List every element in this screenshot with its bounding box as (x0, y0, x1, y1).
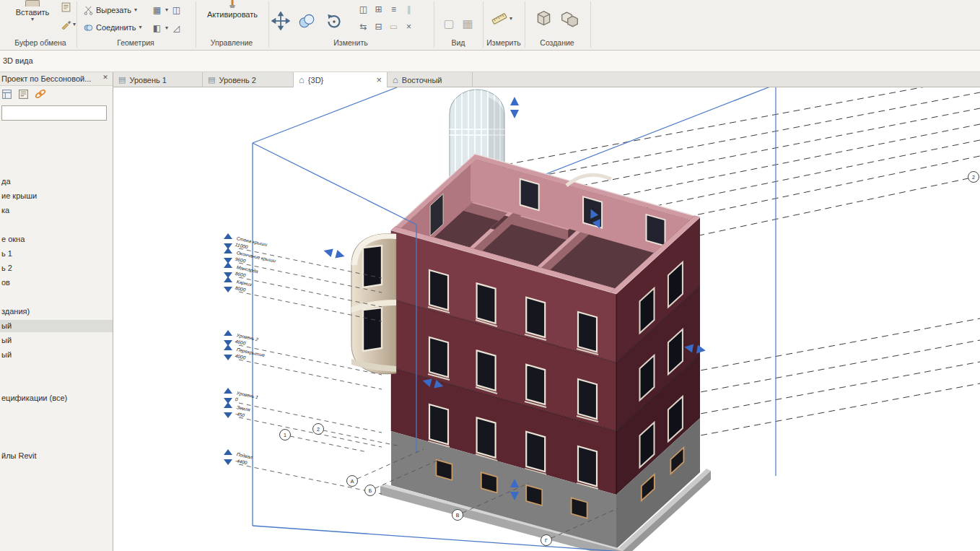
cube-icon (534, 9, 554, 29)
link-icon[interactable] (35, 88, 46, 100)
svg-text:А: А (351, 479, 354, 484)
create-assembly-button[interactable] (560, 9, 579, 29)
options-bar: 3D вида (0, 51, 980, 72)
offset-icon[interactable] (387, 2, 401, 16)
demolish-icon[interactable] (170, 3, 183, 17)
chevron-down-icon: ▾ (509, 16, 512, 22)
rotate-button[interactable] (325, 12, 344, 30)
box-handle (323, 246, 346, 260)
ribbon-group-view: Вид (452, 38, 465, 47)
browser-item-selected[interactable]: ый (0, 320, 113, 332)
group-separator (434, 1, 434, 48)
ruler-icon (491, 10, 508, 27)
box-handle (510, 97, 519, 118)
trim-icon[interactable] (356, 19, 370, 33)
browser-item[interactable]: йлы Revit (0, 450, 113, 462)
hide-elements-icon[interactable] (440, 14, 458, 32)
tab-level-1[interactable]: Уровень 1 (113, 72, 203, 87)
chevron-down-icon: ▾ (31, 17, 34, 22)
plan-view-icon (118, 75, 126, 84)
level-elevation: 11000 (235, 242, 248, 250)
document-icon (61, 1, 71, 12)
match-type-button[interactable]: ▾ (61, 19, 76, 30)
group-separator (268, 1, 269, 48)
split-face-icon[interactable] (170, 21, 183, 35)
close-icon[interactable] (100, 72, 110, 86)
copy-button[interactable] (297, 12, 316, 30)
join-geometry-button[interactable]: Соединить ▾ (82, 21, 144, 34)
ribbon-group-create: Создание (540, 38, 574, 47)
grid-bubble: 2 (968, 172, 979, 183)
chevron-down-icon: ▾ (134, 7, 137, 13)
project-browser: Проект по Бессоновой... да ие крыши ка е… (0, 72, 113, 551)
browser-title: Проект по Бессоновой... (0, 72, 113, 86)
browser-item[interactable]: ый (0, 334, 113, 347)
close-icon[interactable] (369, 74, 382, 85)
svg-text:2: 2 (972, 175, 975, 180)
ribbon-group-modify: Изменить (333, 38, 367, 47)
paste-special-button[interactable] (61, 1, 71, 12)
scale-icon[interactable] (387, 19, 401, 33)
array-icon[interactable] (372, 2, 385, 16)
activate-controls-button[interactable]: Активировать (199, 0, 266, 19)
browser-item[interactable]: ь 1 (0, 248, 113, 260)
align-icon[interactable] (356, 2, 370, 16)
level-elevation: -450 (235, 411, 245, 418)
cylindrical-bay (351, 233, 396, 373)
override-graphics-icon[interactable] (459, 14, 476, 32)
tab-3d-view[interactable]: {3D} (294, 72, 388, 87)
chevron-down-icon: ▾ (165, 7, 168, 13)
level-marker: Подвал -4400 (224, 449, 382, 494)
svg-text:Г: Г (545, 538, 548, 543)
browser-item[interactable]: ецификации (все) (0, 392, 113, 404)
level-elevation: 4000 (235, 353, 246, 360)
3d-canvas: Стена крыши 11000 Окончание крыши 9600 (113, 87, 980, 551)
ribbon: Буфер обмена Геометрия Управление Измени… (0, 0, 980, 51)
group-separator (525, 1, 525, 48)
create-group-button[interactable] (534, 9, 554, 29)
delete-icon[interactable] (402, 19, 416, 33)
level-elevation: 9600 (235, 256, 246, 264)
level-elevation: -4400 (235, 458, 248, 465)
level-elevation: 8000 (235, 285, 246, 292)
revit-window: Буфер обмена Геометрия Управление Измени… (0, 0, 980, 551)
browser-item[interactable]: ие крыши (0, 190, 113, 202)
browser-item[interactable]: да (0, 175, 113, 188)
measure-button[interactable]: ▾ (491, 10, 512, 27)
svg-text:2: 2 (317, 427, 320, 432)
ribbon-group-clipboard: Буфер обмена (14, 38, 66, 47)
browser-item[interactable]: ь 2 (0, 262, 113, 274)
browser-item[interactable]: ый (0, 349, 113, 361)
paste-button[interactable]: Вставить ▾ (12, 0, 53, 22)
browser-item[interactable]: здания) (0, 305, 113, 318)
views-icon[interactable] (1, 89, 12, 100)
building-model[interactable] (351, 87, 711, 551)
cut-geometry-button[interactable]: Вырезать ▾ (82, 4, 139, 17)
browser-item[interactable]: ов (0, 277, 113, 289)
browser-item[interactable]: е окна (0, 233, 113, 246)
level-elevation: 4600 (235, 339, 246, 346)
scissors-icon (84, 6, 93, 15)
split-icon[interactable] (372, 19, 385, 33)
tab-level-2[interactable]: Уровень 2 (203, 72, 294, 87)
paint-icon[interactable] (150, 21, 164, 35)
home-3d-icon (299, 74, 305, 85)
browser-item[interactable]: ка (0, 204, 113, 217)
svg-text:В: В (456, 513, 460, 518)
wall-opening-icon[interactable] (150, 3, 164, 17)
sheets-icon[interactable] (18, 89, 29, 100)
search-input[interactable] (1, 105, 107, 121)
elevation-view-icon (393, 74, 398, 85)
group-separator (76, 1, 77, 48)
plan-view-icon (208, 75, 215, 84)
level-name: Уровень 1 (235, 390, 259, 400)
copy-icon (297, 12, 316, 30)
move-button[interactable] (271, 12, 290, 30)
mirror-icon[interactable] (402, 2, 416, 16)
tab-east-elevation[interactable]: Восточный (388, 72, 473, 87)
level-marker: Земля -450 (224, 402, 382, 447)
3d-viewport[interactable]: Стена крыши 11000 Окончание крыши 9600 (113, 87, 980, 551)
svg-text:1: 1 (284, 433, 286, 438)
chevron-down-icon: ▾ (165, 25, 168, 31)
grid-bubble: 1 (280, 430, 291, 441)
